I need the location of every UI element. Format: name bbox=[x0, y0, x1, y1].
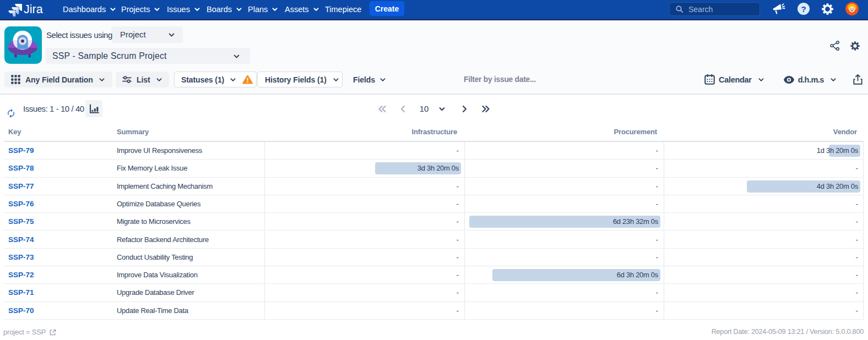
svg-text:?: ? bbox=[801, 4, 806, 14]
